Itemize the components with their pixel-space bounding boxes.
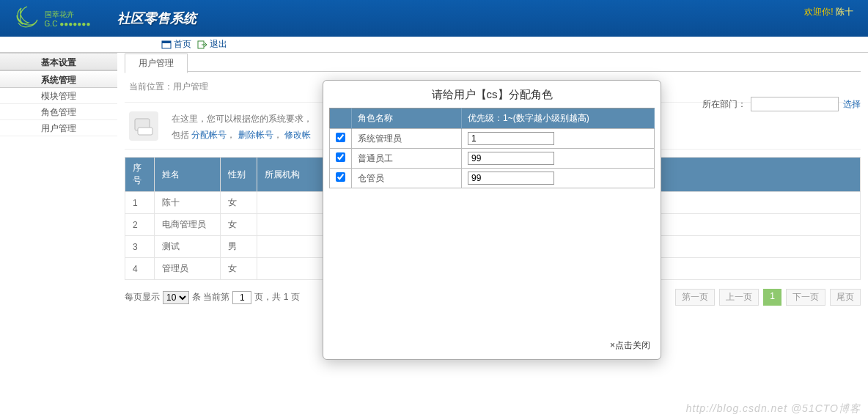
role-assign-modal: 请给用户【cs】分配角色 角色名称 优先级：1~(数字越小级别越高) 系统管理员… [323, 80, 661, 360]
th-name: 姓名 [155, 158, 221, 192]
tab-user-mgmt[interactable]: 用户管理 [125, 54, 188, 73]
sidebar-cat-system[interactable]: 系统管理 [0, 70, 117, 88]
pager-page-input[interactable] [232, 291, 251, 304]
th-priority: 优先级：1~(数字越小级别越高) [462, 108, 655, 129]
role-checkbox[interactable] [336, 172, 345, 182]
role-name-cell: 系统管理员 [352, 129, 462, 149]
cell-name: 电商管理员 [155, 214, 221, 236]
pager-prev[interactable]: 上一页 [719, 289, 759, 306]
cell-idx: 2 [125, 214, 155, 236]
cell-sex: 男 [221, 236, 257, 258]
header: 国萃花卉G.C ●●●●●●● 社区零售系统 欢迎你! 陈十 [0, 0, 868, 37]
pager-mid1: 条 当前第 [192, 291, 229, 303]
modal-row: 系统管理员 [330, 129, 655, 149]
intro-link-delete[interactable]: 删除帐号 [238, 130, 273, 140]
home-icon [161, 40, 172, 49]
intro-link-assign[interactable]: 分配帐号 [191, 130, 227, 140]
dept-select-link[interactable]: 选择 [843, 98, 861, 111]
pager-first[interactable]: 第一页 [675, 289, 715, 306]
sidebar-item-role[interactable]: 角色管理 [0, 104, 117, 120]
modal-role-table: 角色名称 优先级：1~(数字越小级别越高) 系统管理员 普通员工 仓管员 [329, 108, 655, 188]
dept-input[interactable] [751, 97, 839, 111]
pager-perpage-label: 每页显示 [125, 291, 160, 303]
priority-input[interactable] [468, 172, 554, 185]
priority-input[interactable] [468, 132, 554, 145]
sidebar-cat-basic[interactable]: 基本设置 [0, 53, 117, 70]
pager-last[interactable]: 尾页 [830, 289, 861, 306]
tabbar: 用户管理 [125, 53, 861, 72]
cell-sex: 女 [221, 258, 257, 280]
pager-current[interactable]: 1 [763, 289, 781, 306]
svg-rect-1 [162, 41, 171, 43]
intro-line2-prefix: 包括 [172, 130, 191, 140]
intro-link-edit[interactable]: 修改帐 [284, 130, 311, 140]
logo-text: 国萃花卉G.C ●●●●●●● [45, 10, 91, 28]
priority-input[interactable] [468, 152, 554, 165]
intro-sep2: ， [273, 130, 282, 140]
svg-rect-4 [138, 128, 152, 135]
th-sex: 性别 [221, 158, 257, 192]
modal-row: 仓管员 [330, 169, 655, 188]
cell-name: 陈十 [155, 192, 221, 214]
intro-sep1: ， [227, 130, 235, 140]
cell-idx: 1 [125, 192, 155, 214]
cell-name: 管理员 [155, 258, 221, 280]
cell-sex: 女 [221, 192, 257, 214]
modal-header-row: 角色名称 优先级：1~(数字越小级别越高) [330, 108, 655, 129]
modal-close-label: ×点击关闭 [610, 340, 650, 350]
cell-name: 测试 [155, 236, 221, 258]
intro-line1: 在这里，您可以根据您的系统要求， [172, 111, 312, 128]
sidebar-item-module[interactable]: 模块管理 [0, 88, 117, 104]
role-checkbox[interactable] [336, 133, 345, 142]
th-idx: 序号 [125, 158, 155, 192]
intro-text: 在这里，您可以根据您的系统要求， 包括 分配帐号， 删除帐号， 修改帐 [172, 111, 312, 143]
modal-row: 普通员工 [330, 149, 655, 169]
sidebar: 基本设置 系统管理 模块管理 角色管理 用户管理 [0, 53, 117, 420]
cell-sex: 女 [221, 214, 257, 236]
modal-title: 请给用户【cs】分配角色 [323, 81, 661, 108]
app-title: 社区零售系统 [117, 10, 196, 27]
cell-idx: 3 [125, 236, 155, 258]
role-name-cell: 普通员工 [352, 149, 462, 169]
nav-logout-label: 退出 [210, 38, 227, 51]
sidebar-item-user[interactable]: 用户管理 [0, 120, 117, 136]
pager-next[interactable]: 下一页 [786, 289, 825, 306]
welcome-prefix: 欢迎你! [804, 7, 836, 17]
pager-mid2: 页，共 1 页 [254, 291, 299, 303]
breadcrumb-prefix: 当前位置： [129, 81, 173, 92]
welcome-text: 欢迎你! 陈十 [804, 6, 853, 18]
nav-home[interactable]: 首页 [161, 38, 191, 51]
cell-idx: 4 [125, 258, 155, 280]
intro-icon [129, 111, 158, 141]
nav-logout[interactable]: 退出 [197, 38, 227, 51]
dept-filter: 所在部门： 选择 [702, 97, 861, 111]
role-name-cell: 仓管员 [352, 169, 462, 188]
logout-icon [197, 40, 207, 49]
watermark: http://blog.csdn.net @51CTO博客 [686, 402, 861, 416]
th-check [330, 108, 352, 129]
modal-close[interactable]: ×点击关闭 [323, 332, 661, 359]
dept-label: 所在部门： [702, 98, 746, 111]
logo: 国萃花卉G.C ●●●●●●● [0, 0, 103, 37]
nav-home-label: 首页 [174, 38, 191, 51]
subnav: 首页 退出 [0, 37, 868, 53]
th-role: 角色名称 [352, 108, 462, 129]
pager-perpage-select[interactable]: 10 [163, 291, 189, 304]
breadcrumb-value: 用户管理 [173, 81, 208, 92]
role-checkbox[interactable] [336, 152, 345, 162]
welcome-username: 陈十 [836, 7, 853, 17]
